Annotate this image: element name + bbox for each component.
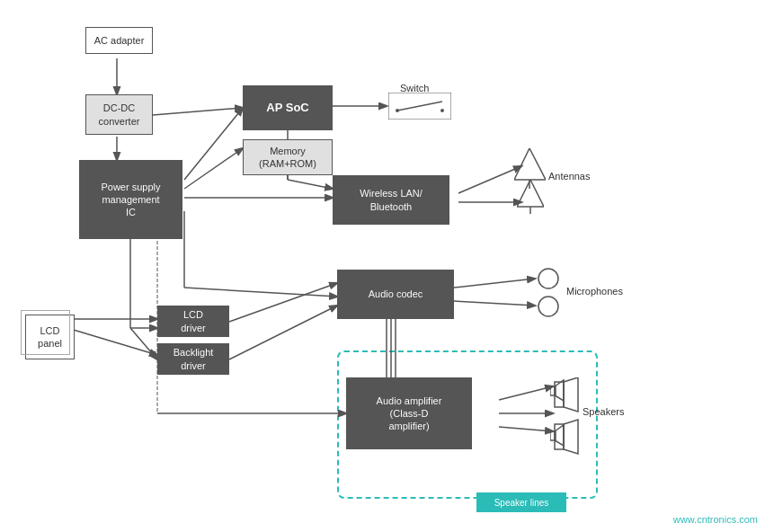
- audio-amp-block: Audio amplifier (Class-D amplifier): [346, 377, 472, 449]
- antennas-label: Antennas: [548, 171, 590, 182]
- svg-rect-49: [555, 424, 564, 449]
- svg-line-4: [184, 148, 243, 189]
- svg-point-35: [440, 109, 444, 112]
- ac-adapter-block: AC adapter: [85, 27, 153, 54]
- microphone-symbol: [535, 268, 562, 322]
- antenna-symbol-2: [517, 180, 544, 216]
- microphones-label: Microphones: [566, 286, 623, 297]
- svg-line-33: [397, 102, 442, 111]
- svg-line-19: [67, 328, 157, 355]
- speaker-shapes: [553, 377, 598, 476]
- svg-rect-47: [555, 382, 564, 407]
- audio-codec-block: Audio codec: [337, 270, 454, 319]
- diagram: AC adapter DC-DC converter Power supply …: [0, 0, 765, 532]
- power-supply-block: Power supply management IC: [79, 160, 182, 239]
- svg-line-13: [288, 180, 333, 189]
- svg-point-41: [538, 269, 558, 288]
- svg-point-34: [396, 109, 399, 112]
- speaker-lines-legend: Speaker lines: [476, 492, 566, 512]
- svg-line-8: [130, 328, 157, 359]
- ap-soc-block: AP SoC: [243, 85, 333, 130]
- wireless-lan-block: Wireless LAN/ Bluetooth: [333, 175, 449, 225]
- svg-line-10: [184, 288, 337, 297]
- svg-line-21: [229, 306, 337, 359]
- lcd-panel-shadow: [21, 310, 70, 355]
- svg-marker-36: [514, 148, 546, 180]
- svg-point-42: [538, 297, 558, 316]
- svg-marker-48: [564, 377, 578, 412]
- speakers-label: Speakers: [583, 406, 624, 417]
- dc-dc-block: DC-DC converter: [85, 94, 153, 135]
- svg-line-3: [184, 108, 243, 180]
- watermark: www.cntronics.com: [673, 514, 758, 525]
- backlight-driver-block: Backlight driver: [157, 343, 229, 375]
- switch-symbol: [388, 93, 451, 120]
- svg-line-22: [454, 279, 535, 288]
- svg-line-23: [454, 301, 535, 306]
- svg-marker-39: [517, 180, 544, 207]
- svg-marker-50: [564, 420, 578, 454]
- lcd-driver-block: LCD driver: [157, 306, 229, 337]
- svg-line-1: [153, 108, 243, 115]
- memory-block: Memory (RAM+ROM): [243, 139, 333, 175]
- svg-line-14: [458, 166, 521, 193]
- svg-line-20: [229, 283, 337, 322]
